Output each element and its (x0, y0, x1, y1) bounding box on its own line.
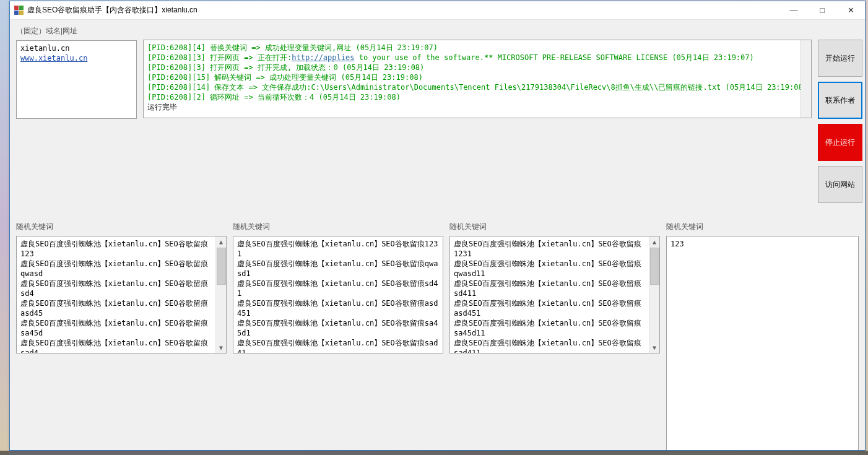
desktop-background (0, 0, 9, 455)
window-title: 虚良SEO谷歌留痕助手【内含谷歌接口】xietanlu.cn (27, 5, 779, 15)
client-area: （固定）域名|网址 xietanlu.cn www.xietanlu.cn [P… (10, 20, 865, 450)
minimize-button[interactable]: — (779, 1, 808, 19)
url-input-box[interactable]: xietanlu.cn www.xietanlu.cn (16, 40, 137, 119)
url-line-link[interactable]: www.xietanlu.cn (20, 54, 87, 63)
fixed-domain-label: （固定）域名|网址 (16, 26, 137, 37)
keyword-label-1: 随机关键词 (16, 222, 227, 232)
log-scrollbar[interactable] (801, 40, 811, 118)
keyword-box-3[interactable]: 虚良SEO百度强引蜘蛛池【xietanlu.cn】SEO谷歌留痕1231 虚良S… (449, 236, 660, 353)
log-line: [PID:6208][15] 解码关键词 => 成功处理变量关键词 (05月14… (147, 72, 807, 82)
scroll-thumb[interactable] (217, 248, 226, 285)
keyword-box-1[interactable]: 虚良SEO百度强引蜘蛛池【xietanlu.cn】SEO谷歌留痕123 虚良SE… (16, 236, 227, 353)
taskbar[interactable] (0, 451, 868, 455)
close-button[interactable]: ✕ (836, 1, 865, 19)
log-line: [PID:6208][4] 替换关键词 => 成功处理变量关键词,网址 (05月… (147, 43, 807, 53)
log-output[interactable]: [PID:6208][4] 替换关键词 => 成功处理变量关键词,网址 (05月… (143, 40, 812, 118)
keyword-content-3: 虚良SEO百度强引蜘蛛池【xietanlu.cn】SEO谷歌留痕1231 虚良S… (450, 236, 649, 353)
scroll-down-icon[interactable]: ▼ (649, 342, 659, 353)
titlebar[interactable]: 虚良SEO谷歌留痕助手【内含谷歌接口】xietanlu.cn — □ ✕ (10, 1, 865, 20)
url-line-plain: xietanlu.cn (20, 43, 132, 53)
main-window: 虚良SEO谷歌留痕助手【内含谷歌接口】xietanlu.cn — □ ✕ （固定… (9, 1, 866, 451)
log-line: [PID:6208][3] 打开网页 => 打开完成, 加载状态：0 (05月1… (147, 63, 807, 72)
scrollbar[interactable]: ▲ ▼ (215, 236, 226, 353)
log-line: [PID:6208][2] 循环网址 => 当前循环次数：4 (05月14日 2… (147, 92, 807, 102)
scroll-down-icon[interactable]: ▼ (216, 342, 226, 353)
log-line: [PID:6208][3] 打开网页 => 正在打开:http://applie… (147, 53, 807, 63)
visit-site-button[interactable]: 访问网站 (818, 166, 862, 203)
log-link[interactable]: http://applies (292, 53, 354, 62)
keyword-content-2: 虚良SEO百度强引蜘蛛池【xietanlu.cn】SEO谷歌留痕1231 虚良S… (233, 236, 443, 353)
keyword-content-4: 123 (667, 236, 858, 450)
keyword-label-3: 随机关键词 (449, 222, 660, 232)
keyword-box-4[interactable]: 123 (666, 236, 859, 450)
maximize-button[interactable]: □ (808, 1, 836, 19)
log-line-finished: 运行完毕 (147, 102, 807, 112)
log-line: [PID:6208][14] 保存文本 => 文件保存成功:C:\Users\A… (147, 82, 807, 92)
app-icon (14, 6, 24, 15)
window-controls: — □ ✕ (779, 1, 865, 19)
keyword-box-2[interactable]: 虚良SEO百度强引蜘蛛池【xietanlu.cn】SEO谷歌留痕1231 虚良S… (233, 236, 443, 353)
scrollbar[interactable]: ▲ ▼ (649, 236, 659, 353)
scroll-up-icon[interactable]: ▲ (216, 236, 226, 247)
scroll-up-icon[interactable]: ▲ (649, 236, 659, 247)
stop-button[interactable]: 停止运行 (818, 124, 862, 161)
contact-author-button[interactable]: 联系作者 (818, 82, 862, 119)
keyword-label-2: 随机关键词 (233, 222, 443, 232)
scroll-thumb[interactable] (650, 248, 659, 285)
start-button[interactable]: 开始运行 (818, 40, 862, 77)
keyword-label-4: 随机关键词 (666, 222, 859, 232)
keyword-content-1: 虚良SEO百度强引蜘蛛池【xietanlu.cn】SEO谷歌留痕123 虚良SE… (17, 236, 215, 353)
